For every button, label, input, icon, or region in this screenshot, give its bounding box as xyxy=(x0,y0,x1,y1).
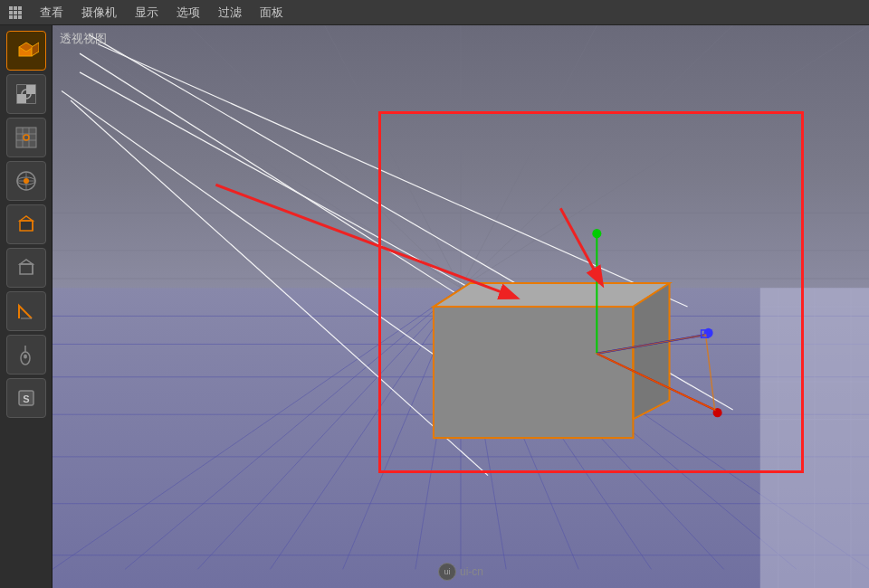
app: 查看 摄像机 显示 选项 过滤 面板 xyxy=(0,0,869,588)
viewport[interactable]: 透视视图 ui ui-cn xyxy=(53,25,869,588)
svg-rect-3 xyxy=(9,11,13,14)
menu-bar: 查看 摄像机 显示 选项 过滤 面板 xyxy=(0,0,869,25)
svg-rect-6 xyxy=(9,15,13,19)
svg-rect-18 xyxy=(16,128,36,147)
svg-marker-33 xyxy=(20,260,33,264)
svg-rect-2 xyxy=(18,6,22,10)
svg-point-99 xyxy=(592,229,601,238)
tool-box2[interactable] xyxy=(6,248,46,288)
menu-grid-icon xyxy=(7,5,24,21)
svg-rect-5 xyxy=(18,11,22,14)
tool-cube[interactable] xyxy=(6,31,46,71)
svg-rect-0 xyxy=(9,6,13,10)
svg-rect-32 xyxy=(20,264,33,274)
svg-rect-90 xyxy=(434,307,633,438)
main-area: S xyxy=(0,25,869,588)
svg-text:S: S xyxy=(23,394,29,404)
tool-cursor[interactable] xyxy=(6,335,46,375)
svg-rect-29 xyxy=(20,221,33,231)
tool-angle[interactable] xyxy=(6,291,46,331)
menu-display[interactable]: 显示 xyxy=(128,3,166,23)
svg-marker-30 xyxy=(20,216,33,221)
menu-panel[interactable]: 面板 xyxy=(253,3,291,23)
tool-checker[interactable] xyxy=(6,74,46,114)
svg-marker-11 xyxy=(32,43,39,56)
menu-view[interactable]: 查看 xyxy=(33,3,71,23)
left-toolbar: S xyxy=(0,25,53,588)
watermark-text: ui-cn xyxy=(460,565,483,578)
svg-rect-4 xyxy=(14,11,17,14)
menu-camera[interactable]: 摄像机 xyxy=(74,3,124,23)
watermark-logo: ui xyxy=(438,563,456,581)
menu-options[interactable]: 选项 xyxy=(169,3,207,23)
svg-marker-91 xyxy=(434,283,670,307)
tool-s[interactable]: S xyxy=(6,378,46,418)
viewport-scene xyxy=(53,25,869,588)
watermark: ui ui-cn xyxy=(438,563,483,581)
svg-rect-1 xyxy=(14,6,17,10)
svg-rect-8 xyxy=(18,15,22,19)
menu-filter[interactable]: 过滤 xyxy=(211,3,249,23)
tool-box[interactable] xyxy=(6,204,46,244)
svg-point-28 xyxy=(24,178,29,184)
tool-grid[interactable] xyxy=(6,118,46,157)
svg-point-38 xyxy=(24,355,27,359)
tool-sphere[interactable] xyxy=(6,161,46,201)
svg-rect-7 xyxy=(14,15,17,19)
